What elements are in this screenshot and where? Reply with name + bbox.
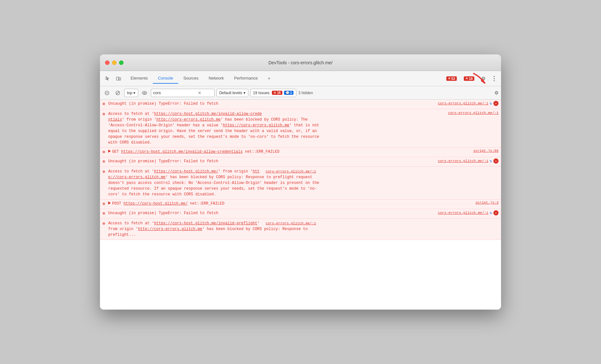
reload-icon[interactable]: ↻ <box>490 210 492 215</box>
log-text: Uncaught (in promise) TypeError: Failed … <box>108 158 434 164</box>
console-settings-button[interactable]: ⚙ <box>494 90 498 96</box>
fetch-url-link-cont[interactable]: ntials <box>108 117 122 122</box>
dismiss-icon[interactable]: ✕ <box>493 158 498 164</box>
maximize-button[interactable] <box>119 60 124 65</box>
svg-point-8 <box>144 92 145 94</box>
log-text: GET https://cors-host.glitch.me/invalid-… <box>108 149 470 155</box>
request-url-link[interactable]: https://cors-host.glitch.me/ <box>124 201 188 206</box>
log-source: cors-errors.glitch.me/:1 ↻ ✕ <box>438 210 498 215</box>
expand-triangle-icon[interactable] <box>108 201 111 205</box>
eye-icon <box>142 91 147 95</box>
tab-more[interactable]: » <box>263 73 275 84</box>
issues-error-icon: ✕ <box>273 91 276 94</box>
block-icon-button[interactable] <box>113 88 122 97</box>
tab-sources[interactable]: Sources <box>178 73 204 84</box>
source-link[interactable]: cors-errors.glitch.me/:1 <box>438 102 488 105</box>
close-button[interactable] <box>105 60 110 65</box>
log-text: Access to fetch at 'https://cors-host.gl… <box>108 220 498 238</box>
error-icon: ⊗ <box>101 221 106 226</box>
origin-link[interactable]: htt <box>253 169 260 174</box>
tab-console[interactable]: Console <box>153 73 178 84</box>
source-link[interactable]: cors-errors.glitch.me/:1 <box>266 221 316 225</box>
log-entry: ⊗ Access to fetch at 'https://cors-host.… <box>100 219 501 240</box>
log-text: Access to fetch at 'https://cors-host.gl… <box>108 111 444 145</box>
log-text: Access to fetch at 'https://cors-host.gl… <box>108 169 498 197</box>
settings-button[interactable]: ⚙ <box>479 74 488 83</box>
fetch-url-link[interactable]: https://cors-host.glitch.me/ <box>154 169 218 174</box>
log-entry: ⊗ Access to fetch at 'https://cors-host.… <box>100 109 501 148</box>
gear-icon: ⚙ <box>481 76 485 81</box>
inspect-element-button[interactable] <box>103 74 113 84</box>
error-icon: ⊗ <box>101 211 106 216</box>
reload-icon[interactable]: ↻ <box>490 101 492 106</box>
context-dropdown[interactable]: top ▾ <box>124 89 138 97</box>
origin-link[interactable]: http://cors-errors.glitch.me <box>156 117 221 122</box>
header-value-link[interactable]: https://cors-errors.glitch.me <box>223 123 289 128</box>
log-text: Uncaught (in promise) TypeError: Failed … <box>108 210 434 216</box>
source-link[interactable]: cors-errors.glitch.me/:1 <box>448 111 498 115</box>
toolbar-right: ✕ 53 ✕ 18 ⚙ ⋮ <box>444 74 499 83</box>
svg-rect-1 <box>119 78 121 80</box>
log-source-inline: cors-errors.glitch.me/:1 <box>266 170 316 173</box>
error-icon: ⊗ <box>101 111 106 117</box>
console-toolbar: top ▾ ✕ Default levels ▾ 19 Issues: ✕ 18… <box>100 86 501 100</box>
dismiss-icon[interactable]: ✕ <box>493 101 498 106</box>
log-entry: ⊗ Uncaught (in promise) TypeError: Faile… <box>100 100 501 109</box>
minimize-button[interactable] <box>112 60 117 65</box>
source-link[interactable]: cors-errors.glitch.me/:1 <box>438 159 488 163</box>
log-source-inline: cors-errors.glitch.me/:1 <box>266 221 316 225</box>
clear-icon <box>105 91 109 95</box>
errors-badge-button[interactable]: ✕ 53 <box>444 75 459 82</box>
request-url-link[interactable]: https://cors-host.glitch.me/invalid-allo… <box>121 150 243 154</box>
levels-dropdown-button[interactable]: Default levels ▾ <box>216 89 248 97</box>
issues-label: 19 Issues: <box>253 91 271 95</box>
origin-link[interactable]: http://cors-errors.glitch.me <box>138 227 202 231</box>
source-link[interactable]: script.js:3 <box>475 201 498 205</box>
fetch-url-link[interactable]: https://cors-host.glitch.me/invalid-allo… <box>154 112 262 116</box>
error-icon: ⊗ <box>101 169 106 174</box>
dismiss-icon[interactable]: ✕ <box>493 210 498 215</box>
source-link[interactable]: cors-errors.glitch.me/:1 <box>438 211 488 215</box>
more-icon: ⋮ <box>491 75 497 82</box>
source-link[interactable]: cors-errors.glitch.me/:1 <box>266 170 316 173</box>
log-text: POST https://cors-host.glitch.me/ net::E… <box>108 201 471 206</box>
filter-clear-button[interactable]: ✕ <box>198 90 202 95</box>
more-options-button[interactable]: ⋮ <box>490 74 498 83</box>
tab-elements[interactable]: Elements <box>125 73 153 84</box>
expand-triangle-icon[interactable] <box>108 150 111 153</box>
levels-chevron-icon: ▾ <box>244 91 245 95</box>
dropdown-arrow-icon: ▾ <box>133 91 135 95</box>
context-label: top <box>127 91 132 95</box>
log-text: Uncaught (in promise) TypeError: Failed … <box>108 101 434 107</box>
log-source: script.js:86 <box>473 149 498 153</box>
log-entry: ⊗ POST https://cors-host.glitch.me/ net:… <box>100 200 501 209</box>
log-source: cors-errors.glitch.me/:1 <box>448 111 498 115</box>
reload-icon[interactable]: ↻ <box>490 158 492 164</box>
hidden-count: 3 hidden <box>298 91 313 95</box>
log-source: script.js:3 <box>475 201 498 205</box>
warnings-badge-button[interactable]: ✕ 18 <box>461 75 477 82</box>
log-source: cors-errors.glitch.me/:1 ↻ ✕ <box>438 158 498 164</box>
error-icon: ⊗ <box>101 149 106 155</box>
origin-link-cont[interactable]: p://cors-errors.glitch.me <box>108 175 166 179</box>
issues-button[interactable]: 19 Issues: ✕ 18 💬 1 <box>250 89 296 97</box>
clear-console-button[interactable] <box>103 88 111 97</box>
filter-input-wrap[interactable]: ✕ <box>151 89 215 97</box>
fetch-url-link[interactable]: https://cors-host.glitch.me/invalid-pref… <box>154 221 257 226</box>
error-x-icon: ✕ <box>448 77 450 80</box>
warnings-badge: ✕ 18 <box>464 76 474 81</box>
error-icon: ⊗ <box>101 201 106 206</box>
console-content[interactable]: ⊗ Uncaught (in promise) TypeError: Faile… <box>100 100 501 310</box>
log-entry: ⊗ GET https://cors-host.glitch.me/invali… <box>100 148 501 157</box>
log-entry: ⊗ Uncaught (in promise) TypeError: Faile… <box>100 157 501 167</box>
eye-button[interactable] <box>140 88 149 97</box>
tab-network[interactable]: Network <box>204 73 229 84</box>
device-toolbar-button[interactable] <box>113 74 124 84</box>
issues-errors-badge: ✕ 18 <box>272 91 282 95</box>
warning-x-icon: ✕ <box>465 77 468 80</box>
source-link[interactable]: script.js:86 <box>473 149 498 153</box>
log-entry: ⊗ Uncaught (in promise) TypeError: Faile… <box>100 209 501 219</box>
filter-input[interactable] <box>153 90 198 95</box>
tab-performance[interactable]: Performance <box>229 73 263 84</box>
console-area: ⊗ Uncaught (in promise) TypeError: Faile… <box>100 100 501 310</box>
